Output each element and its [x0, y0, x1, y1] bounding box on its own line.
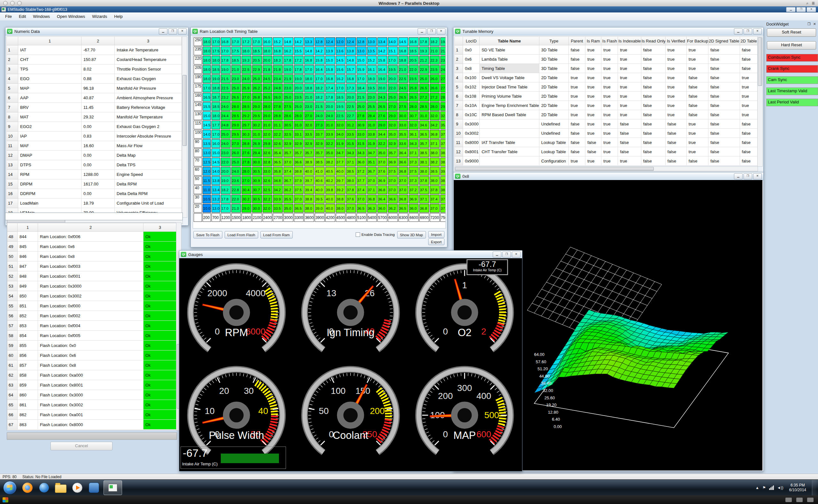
timing-cell[interactable]: 18.0: [202, 56, 211, 64]
timing-cell[interactable]: 22.9: [252, 65, 262, 74]
hard-reset-button[interactable]: Hard Reset: [767, 41, 816, 49]
rpm-col-header[interactable]: 2700: [273, 213, 283, 222]
locations-col-header[interactable]: 1: [18, 223, 38, 232]
timing-cell[interactable]: 29.5: [231, 130, 241, 139]
tunable-cell[interactable]: true: [618, 92, 641, 101]
tunable-cell[interactable]: true: [601, 101, 618, 110]
timing-cell[interactable]: 20.0: [346, 93, 356, 102]
parallels-status-icon-1[interactable]: [785, 498, 792, 502]
minimize-button[interactable]: ▁: [734, 28, 743, 34]
param-description[interactable]: Delta TPS: [115, 160, 182, 170]
timing-cell[interactable]: 40.6: [315, 176, 325, 185]
timing-cell[interactable]: 35.7: [315, 148, 325, 157]
timing-cell[interactable]: 37.0: [398, 176, 408, 185]
timing-cell[interactable]: 21.5: [221, 74, 231, 83]
tunable-row[interactable]: 10x0SD VE Table3D Tablefalsetruetruetrue…: [455, 45, 758, 55]
timing-cell[interactable]: 13.0: [202, 148, 211, 157]
timing-cell[interactable]: 20.0: [388, 74, 398, 83]
timing-cell[interactable]: 17.7: [212, 121, 220, 129]
menu-edit[interactable]: Edit: [16, 13, 29, 20]
tunable-row[interactable]: 40x100Dwell VS Voltage Table2D Tabletrue…: [455, 73, 758, 82]
timing-cell[interactable]: 37.0: [377, 158, 387, 166]
timing-cell[interactable]: 19.0: [221, 176, 231, 185]
timing-cell[interactable]: 32.2: [377, 139, 387, 148]
timing-cell[interactable]: 34.7: [336, 148, 346, 157]
param-description[interactable]: Intake Air Temperature: [115, 45, 182, 55]
timing-cell[interactable]: 38.2: [430, 158, 440, 166]
timing-cell[interactable]: 28.0: [430, 102, 440, 111]
timing-cell[interactable]: 16.0: [263, 37, 273, 46]
param-value[interactable]: 40.87: [81, 93, 115, 103]
timing-cell[interactable]: 37.1: [430, 139, 440, 148]
timing-cell[interactable]: 10.0: [202, 204, 211, 213]
timing-cell[interactable]: 38.0: [304, 204, 314, 213]
timing-cell[interactable]: 16.8: [221, 37, 231, 46]
timing-cell[interactable]: 15.5: [294, 47, 304, 55]
timing-cell[interactable]: 16.8: [346, 74, 356, 83]
timing-cell[interactable]: 40.2: [325, 176, 335, 185]
tunable-vscrollbar[interactable]: [757, 36, 763, 167]
tunable-cell[interactable]: false: [618, 129, 641, 138]
timing-cell[interactable]: 27.3: [315, 121, 325, 129]
tunable-cell[interactable]: true: [665, 82, 686, 92]
timing-cell[interactable]: 18.5: [231, 56, 241, 64]
app-close-button[interactable]: ✕: [807, 7, 816, 12]
timing-cell[interactable]: 17.0: [336, 84, 346, 92]
timing-cell[interactable]: 13.8: [346, 47, 356, 55]
timing-cell[interactable]: 34.3: [357, 148, 367, 157]
tunable-row[interactable]: 120x8001CHT Transfer TableLookup Tablefa…: [455, 147, 758, 156]
taskbar-app-blue-globe-icon[interactable]: [38, 481, 50, 494]
timing-cell[interactable]: 21.8: [273, 65, 283, 74]
timing-cell[interactable]: 36.8: [419, 204, 429, 213]
timing-cell[interactable]: 10.5: [202, 195, 211, 203]
timing-cell[interactable]: 23.0: [284, 84, 293, 92]
close-button[interactable]: ✕: [178, 28, 186, 34]
save-to-flash-button[interactable]: Save To Flash: [193, 231, 223, 238]
timing-cell[interactable]: 25.2: [263, 84, 273, 92]
timing-cell[interactable]: 38.5: [419, 148, 429, 157]
timing-cell[interactable]: 12.4: [346, 37, 356, 46]
timing-cell[interactable]: 36.9: [377, 176, 387, 185]
tunable-row[interactable]: 50x102Injector Dead Time Table2D Tabletr…: [455, 82, 758, 92]
tunable-cell[interactable]: Engine Temp Enrichment Table: [480, 101, 539, 110]
timing-cell[interactable]: 18.5: [409, 47, 419, 55]
timing-cell[interactable]: 20.0: [294, 84, 304, 92]
timing-cell[interactable]: 29.0: [231, 121, 241, 129]
param-value[interactable]: 96.18: [81, 84, 115, 93]
tunable-cell[interactable]: true: [569, 156, 585, 166]
taskbar-firefox-icon[interactable]: [21, 481, 34, 494]
timing-cell[interactable]: 12.4: [325, 37, 335, 46]
timing-cell[interactable]: 17.0: [231, 37, 241, 46]
timing-cell[interactable]: 37.4: [357, 185, 367, 194]
tunable-cell[interactable]: true: [585, 73, 601, 82]
timing-cell[interactable]: 17.0: [315, 74, 325, 83]
location-id[interactable]: 861: [18, 400, 38, 410]
location-row[interactable]: 59855Flash Location: 0x0Ok: [7, 341, 177, 350]
timing-cell[interactable]: 22.0: [409, 65, 419, 74]
timing-cell[interactable]: 19.0: [377, 74, 387, 83]
timing-cell[interactable]: 23.5: [430, 65, 440, 74]
timing-cell[interactable]: 39.2: [336, 185, 346, 194]
location-row[interactable]: 60856Flash Location: 0x6Ok: [7, 350, 177, 360]
timing-cell[interactable]: 35.5: [284, 195, 293, 203]
maximize-button[interactable]: ❐: [427, 28, 436, 34]
timing-cell[interactable]: 17.4: [325, 84, 335, 92]
timing-cell[interactable]: 20.0: [325, 102, 335, 111]
timing-cell[interactable]: 18.8: [304, 84, 314, 92]
numeric-row[interactable]: 14RPM1288.00Engine Speed: [7, 170, 182, 179]
tunable-cell[interactable]: false: [665, 147, 686, 156]
timing-cell[interactable]: 23.0: [304, 102, 314, 111]
timing-cell[interactable]: 23.0: [367, 93, 377, 102]
parallels-status-icon-2[interactable]: [796, 498, 803, 502]
param-value[interactable]: 16.60: [81, 141, 115, 151]
timing-cell[interactable]: 38.2: [325, 158, 335, 166]
timing-cell[interactable]: 36.8: [398, 167, 408, 176]
tunable-cell[interactable]: Lookup Table: [539, 138, 568, 147]
rpm-col-header[interactable]: 5700: [377, 213, 387, 222]
tunable-cell[interactable]: true: [601, 147, 618, 156]
tunable-cell[interactable]: true: [618, 82, 641, 92]
timing-cell[interactable]: 28.0: [409, 102, 419, 111]
tunable-cell[interactable]: Undefined: [539, 129, 568, 138]
export-button[interactable]: Export: [428, 238, 444, 245]
param-value[interactable]: 8.02: [81, 64, 115, 74]
